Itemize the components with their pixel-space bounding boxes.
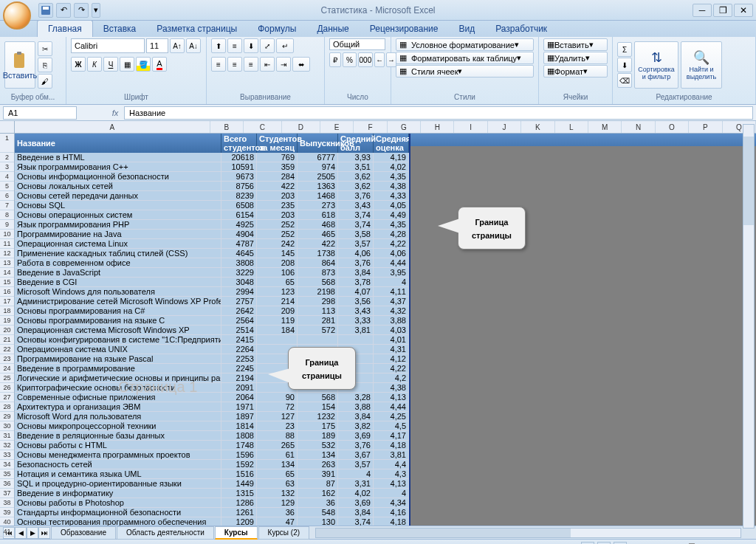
minimize-button[interactable]: ─ bbox=[693, 4, 712, 17]
table-cell[interactable]: 3,62 bbox=[338, 172, 374, 182]
save-button[interactable] bbox=[38, 3, 53, 18]
table-cell[interactable]: Основы микропроцессорной техники bbox=[15, 421, 221, 431]
row-header-20[interactable]: 20 bbox=[0, 326, 14, 335]
formula-bar[interactable] bbox=[124, 106, 753, 120]
row-header-15[interactable]: 15 bbox=[0, 278, 14, 287]
font-color-button[interactable]: A bbox=[152, 57, 167, 72]
table-cell[interactable]: 4,32 bbox=[374, 306, 409, 316]
table-cell[interactable]: 113 bbox=[298, 306, 338, 316]
row-header-40[interactable]: 40 bbox=[0, 517, 14, 527]
table-cell[interactable]: Основы SQL bbox=[15, 201, 221, 210]
table-header-cell[interactable]: Выпускников bbox=[298, 134, 338, 153]
column-header-J[interactable]: J bbox=[488, 121, 521, 133]
table-cell[interactable]: 3,69 bbox=[338, 498, 374, 508]
currency-button[interactable]: ₽ bbox=[329, 52, 341, 67]
column-header-M[interactable]: M bbox=[588, 121, 622, 133]
table-cell[interactable]: 4 bbox=[374, 278, 409, 287]
table-cell[interactable]: 4,02 bbox=[374, 162, 409, 172]
font-name-select[interactable] bbox=[71, 38, 145, 53]
sheet-tab-0[interactable]: Образование bbox=[51, 526, 116, 540]
page-break-view-button[interactable] bbox=[614, 542, 627, 545]
table-cell[interactable]: 4,44 bbox=[374, 258, 409, 268]
table-header-cell[interactable]: Средний балл bbox=[338, 134, 374, 153]
table-cell[interactable]: 3048 bbox=[221, 278, 257, 287]
align-right-button[interactable]: ≡ bbox=[244, 57, 258, 72]
ribbon-tab-1[interactable]: Вставка bbox=[93, 21, 147, 37]
table-cell[interactable]: 1286 bbox=[221, 498, 257, 508]
table-cell[interactable]: 4,18 bbox=[374, 441, 409, 450]
table-cell[interactable]: 3,93 bbox=[338, 153, 374, 162]
table-cell[interactable]: 3,84 bbox=[338, 412, 374, 421]
cell-styles-button[interactable]: ▦Стили ячеек ▾ bbox=[396, 65, 534, 78]
table-cell[interactable]: Нотация и семантика языка UML bbox=[15, 469, 221, 479]
table-cell[interactable]: 1449 bbox=[221, 479, 257, 489]
table-cell[interactable]: 203 bbox=[257, 210, 298, 220]
redo-button[interactable]: ↷ bbox=[74, 3, 89, 18]
table-cell[interactable]: 1814 bbox=[221, 421, 257, 431]
sheet-tab-1[interactable]: Область деятельности bbox=[117, 526, 214, 540]
table-cell[interactable]: 3,57 bbox=[338, 239, 374, 249]
table-cell[interactable]: 3,78 bbox=[338, 278, 374, 287]
column-header-F[interactable]: F bbox=[354, 121, 387, 133]
table-cell[interactable]: 184 bbox=[257, 326, 298, 335]
column-header-A[interactable]: A bbox=[15, 121, 210, 133]
row-header-4[interactable]: 4 bbox=[0, 172, 14, 182]
table-cell[interactable]: 3,43 bbox=[338, 201, 374, 210]
column-header-E[interactable]: E bbox=[320, 121, 354, 133]
table-cell[interactable]: Стандарты информационной безопасности bbox=[15, 508, 221, 517]
format-cells-button[interactable]: ▦ Формат ▾ bbox=[543, 65, 608, 78]
row-header-17[interactable]: 17 bbox=[0, 297, 14, 306]
increase-indent-button[interactable]: ⇥ bbox=[276, 57, 291, 72]
table-cell[interactable]: 4,35 bbox=[374, 220, 409, 230]
table-cell[interactable]: 3,95 bbox=[374, 268, 409, 278]
select-all-button[interactable] bbox=[0, 121, 14, 134]
table-cell[interactable]: 3,31 bbox=[338, 479, 374, 489]
table-cell[interactable]: Архитектура и организация ЭВМ bbox=[15, 402, 221, 412]
align-middle-button[interactable]: ≡ bbox=[227, 38, 242, 53]
table-cell[interactable]: 1363 bbox=[298, 182, 338, 191]
column-header-D[interactable]: D bbox=[282, 121, 320, 133]
table-cell[interactable]: 65 bbox=[257, 278, 298, 287]
table-cell[interactable]: 134 bbox=[257, 460, 298, 469]
column-header-G[interactable]: G bbox=[388, 121, 421, 133]
table-cell[interactable]: Основы программирования на C# bbox=[15, 306, 221, 316]
table-cell[interactable]: 568 bbox=[298, 393, 338, 402]
row-header-12[interactable]: 12 bbox=[0, 249, 14, 258]
row-header-26[interactable]: 26 bbox=[0, 383, 14, 393]
row-header-35[interactable]: 35 bbox=[0, 469, 14, 479]
table-cell[interactable]: 1315 bbox=[221, 489, 257, 498]
row-header-28[interactable]: 28 bbox=[0, 402, 14, 412]
table-cell[interactable]: 618 bbox=[298, 210, 338, 220]
row-header-5[interactable]: 5 bbox=[0, 182, 14, 191]
find-select-button[interactable]: 🔍 Найти и выделить bbox=[681, 41, 722, 89]
tab-prev-button[interactable]: ◀ bbox=[15, 527, 27, 539]
table-cell[interactable]: 4,17 bbox=[374, 431, 409, 441]
column-header-H[interactable]: H bbox=[421, 121, 454, 133]
table-cell[interactable]: 4,07 bbox=[338, 287, 374, 297]
row-header-11[interactable]: 11 bbox=[0, 239, 14, 249]
borders-button[interactable]: ▦ bbox=[120, 57, 134, 72]
normal-view-button[interactable] bbox=[581, 542, 594, 545]
table-cell[interactable]: 3,76 bbox=[338, 191, 374, 201]
table-cell[interactable]: Введение в CGI bbox=[15, 278, 221, 287]
table-cell[interactable]: 106 bbox=[257, 268, 298, 278]
table-cell[interactable]: 281 bbox=[298, 316, 338, 326]
table-cell[interactable]: 4,13 bbox=[374, 479, 409, 489]
cut-button[interactable]: ✂ bbox=[38, 41, 52, 56]
merge-button[interactable]: ⬌ bbox=[292, 57, 310, 72]
row-header-27[interactable]: 27 bbox=[0, 393, 14, 402]
table-cell[interactable]: 127 bbox=[257, 412, 298, 421]
ribbon-tab-4[interactable]: Данные bbox=[306, 21, 359, 37]
row-header-41[interactable]: 41 bbox=[0, 527, 14, 537]
table-cell[interactable]: Основы операционных систем bbox=[15, 210, 221, 220]
table-cell[interactable]: 129 bbox=[257, 498, 298, 508]
table-cell[interactable]: Введение в HTML bbox=[15, 153, 221, 162]
row-header-39[interactable]: 39 bbox=[0, 508, 14, 517]
table-cell[interactable]: 532 bbox=[298, 441, 338, 450]
conditional-format-button[interactable]: ▦Условное форматирование ▾ bbox=[396, 38, 534, 51]
table-cell[interactable]: 4,03 bbox=[374, 326, 409, 335]
row-header-13[interactable]: 13 bbox=[0, 258, 14, 268]
table-cell[interactable]: 4,13 bbox=[374, 393, 409, 402]
row-header-24[interactable]: 24 bbox=[0, 364, 14, 373]
table-cell[interactable]: Введение в JavaScript bbox=[15, 268, 221, 278]
